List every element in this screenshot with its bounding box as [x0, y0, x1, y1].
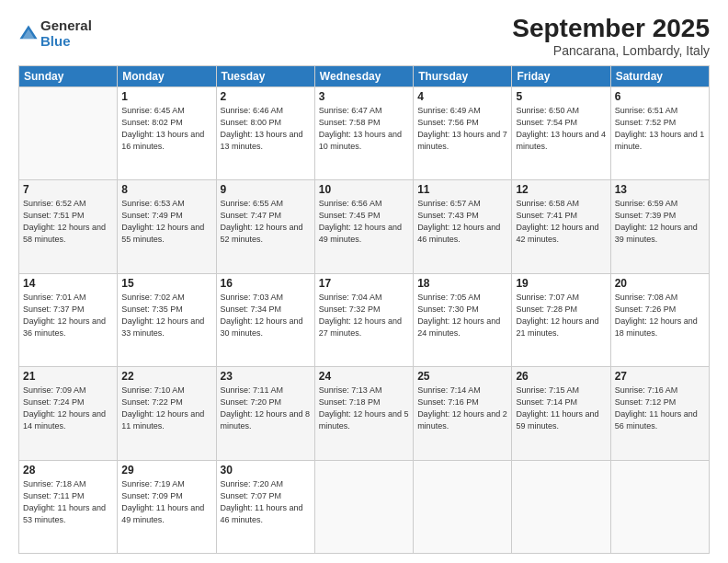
col-monday: Monday: [118, 65, 216, 86]
day-info: Sunrise: 7:14 AMSunset: 7:16 PMDaylight:…: [417, 385, 507, 432]
day-number: 6: [615, 90, 705, 103]
day-info: Sunrise: 6:53 AMSunset: 7:49 PMDaylight:…: [121, 198, 211, 246]
day-number: 20: [615, 277, 705, 290]
table-row: 28Sunrise: 7:18 AMSunset: 7:11 PMDayligh…: [19, 460, 118, 553]
col-sunday: Sunday: [19, 65, 118, 86]
day-info: Sunrise: 7:03 AMSunset: 7:34 PMDaylight:…: [221, 292, 311, 339]
day-info: Sunrise: 6:49 AMSunset: 7:56 PMDaylight:…: [417, 105, 507, 153]
col-thursday: Thursday: [414, 65, 512, 86]
table-row: [414, 460, 512, 553]
day-info: Sunrise: 7:08 AMSunset: 7:26 PMDaylight:…: [615, 292, 705, 339]
calendar: Sunday Monday Tuesday Wednesday Thursday…: [18, 65, 710, 554]
day-info: Sunrise: 7:19 AMSunset: 7:09 PMDaylight:…: [121, 478, 211, 526]
table-row: 14Sunrise: 7:01 AMSunset: 7:37 PMDayligh…: [19, 273, 118, 366]
table-row: 2Sunrise: 6:46 AMSunset: 8:00 PMDaylight…: [216, 86, 314, 179]
table-row: 17Sunrise: 7:04 AMSunset: 7:32 PMDayligh…: [314, 273, 413, 366]
day-info: Sunrise: 6:50 AMSunset: 7:54 PMDaylight:…: [516, 105, 606, 153]
day-number: 25: [417, 370, 507, 383]
table-row: 4Sunrise: 6:49 AMSunset: 7:56 PMDaylight…: [414, 86, 512, 179]
day-info: Sunrise: 6:58 AMSunset: 7:41 PMDaylight:…: [516, 198, 606, 246]
day-info: Sunrise: 6:47 AMSunset: 7:58 PMDaylight:…: [319, 105, 409, 153]
calendar-row: 14Sunrise: 7:01 AMSunset: 7:37 PMDayligh…: [19, 273, 710, 366]
title-block: September 2025 Pancarana, Lombardy, Ital…: [512, 15, 710, 58]
day-info: Sunrise: 7:18 AMSunset: 7:11 PMDaylight:…: [23, 478, 113, 526]
day-number: 24: [319, 370, 409, 383]
day-number: 30: [221, 464, 311, 477]
day-number: 18: [417, 277, 507, 290]
day-number: 12: [516, 183, 606, 196]
col-wednesday: Wednesday: [314, 65, 413, 86]
day-info: Sunrise: 7:15 AMSunset: 7:14 PMDaylight:…: [516, 385, 606, 432]
day-info: Sunrise: 7:11 AMSunset: 7:20 PMDaylight:…: [221, 385, 311, 432]
calendar-header-row: Sunday Monday Tuesday Wednesday Thursday…: [19, 65, 710, 86]
table-row: 1Sunrise: 6:45 AMSunset: 8:02 PMDaylight…: [118, 86, 216, 179]
calendar-row: 1Sunrise: 6:45 AMSunset: 8:02 PMDaylight…: [19, 86, 710, 179]
day-info: Sunrise: 6:55 AMSunset: 7:47 PMDaylight:…: [221, 198, 311, 246]
day-number: 23: [221, 370, 311, 383]
day-number: 11: [417, 183, 507, 196]
table-row: 7Sunrise: 6:52 AMSunset: 7:51 PMDaylight…: [19, 180, 118, 273]
day-info: Sunrise: 6:56 AMSunset: 7:45 PMDaylight:…: [319, 198, 409, 246]
subtitle: Pancarana, Lombardy, Italy: [512, 43, 710, 58]
table-row: 20Sunrise: 7:08 AMSunset: 7:26 PMDayligh…: [610, 273, 709, 366]
table-row: 16Sunrise: 7:03 AMSunset: 7:34 PMDayligh…: [216, 273, 314, 366]
day-info: Sunrise: 6:57 AMSunset: 7:43 PMDaylight:…: [417, 198, 507, 246]
day-info: Sunrise: 7:01 AMSunset: 7:37 PMDaylight:…: [23, 292, 113, 339]
day-info: Sunrise: 6:46 AMSunset: 8:00 PMDaylight:…: [221, 105, 311, 153]
day-number: 5: [516, 90, 606, 103]
day-number: 19: [516, 277, 606, 290]
month-title: September 2025: [512, 15, 710, 43]
logo-icon: [18, 24, 39, 44]
table-row: 12Sunrise: 6:58 AMSunset: 7:41 PMDayligh…: [512, 180, 610, 273]
day-info: Sunrise: 7:10 AMSunset: 7:22 PMDaylight:…: [121, 385, 211, 432]
table-row: 19Sunrise: 7:07 AMSunset: 7:28 PMDayligh…: [512, 273, 610, 366]
table-row: 15Sunrise: 7:02 AMSunset: 7:35 PMDayligh…: [118, 273, 216, 366]
table-row: 26Sunrise: 7:15 AMSunset: 7:14 PMDayligh…: [512, 367, 610, 460]
table-row: 3Sunrise: 6:47 AMSunset: 7:58 PMDaylight…: [314, 86, 413, 179]
day-number: 28: [23, 464, 113, 477]
table-row: 11Sunrise: 6:57 AMSunset: 7:43 PMDayligh…: [414, 180, 512, 273]
day-info: Sunrise: 7:02 AMSunset: 7:35 PMDaylight:…: [121, 292, 211, 339]
logo-text: General Blue: [40, 18, 92, 49]
day-number: 21: [23, 370, 113, 383]
day-number: 22: [121, 370, 211, 383]
day-info: Sunrise: 6:52 AMSunset: 7:51 PMDaylight:…: [23, 198, 113, 246]
day-number: 27: [615, 370, 705, 383]
table-row: 30Sunrise: 7:20 AMSunset: 7:07 PMDayligh…: [216, 460, 314, 553]
logo-general: General: [40, 18, 92, 34]
table-row: 23Sunrise: 7:11 AMSunset: 7:20 PMDayligh…: [216, 367, 314, 460]
table-row: 21Sunrise: 7:09 AMSunset: 7:24 PMDayligh…: [19, 367, 118, 460]
day-number: 4: [417, 90, 507, 103]
day-info: Sunrise: 7:16 AMSunset: 7:12 PMDaylight:…: [615, 385, 705, 432]
table-row: 24Sunrise: 7:13 AMSunset: 7:18 PMDayligh…: [314, 367, 413, 460]
day-number: 7: [23, 183, 113, 196]
logo-blue: Blue: [40, 34, 92, 50]
day-number: 26: [516, 370, 606, 383]
table-row: [610, 460, 709, 553]
table-row: 18Sunrise: 7:05 AMSunset: 7:30 PMDayligh…: [414, 273, 512, 366]
day-info: Sunrise: 7:05 AMSunset: 7:30 PMDaylight:…: [417, 292, 507, 339]
table-row: 5Sunrise: 6:50 AMSunset: 7:54 PMDaylight…: [512, 86, 610, 179]
logo: General Blue: [18, 18, 92, 49]
table-row: 8Sunrise: 6:53 AMSunset: 7:49 PMDaylight…: [118, 180, 216, 273]
day-info: Sunrise: 6:51 AMSunset: 7:52 PMDaylight:…: [615, 105, 705, 153]
day-number: 8: [121, 183, 211, 196]
table-row: [19, 86, 118, 179]
header: General Blue September 2025 Pancarana, L…: [18, 15, 710, 58]
table-row: 29Sunrise: 7:19 AMSunset: 7:09 PMDayligh…: [118, 460, 216, 553]
day-info: Sunrise: 7:07 AMSunset: 7:28 PMDaylight:…: [516, 292, 606, 339]
day-number: 14: [23, 277, 113, 290]
col-saturday: Saturday: [610, 65, 709, 86]
day-number: 1: [121, 90, 211, 103]
calendar-row: 28Sunrise: 7:18 AMSunset: 7:11 PMDayligh…: [19, 460, 710, 553]
day-number: 16: [221, 277, 311, 290]
day-number: 3: [319, 90, 409, 103]
table-row: [512, 460, 610, 553]
table-row: 10Sunrise: 6:56 AMSunset: 7:45 PMDayligh…: [314, 180, 413, 273]
day-info: Sunrise: 6:59 AMSunset: 7:39 PMDaylight:…: [615, 198, 705, 246]
calendar-row: 21Sunrise: 7:09 AMSunset: 7:24 PMDayligh…: [19, 367, 710, 460]
col-friday: Friday: [512, 65, 610, 86]
day-number: 2: [221, 90, 311, 103]
day-info: Sunrise: 7:09 AMSunset: 7:24 PMDaylight:…: [23, 385, 113, 432]
day-info: Sunrise: 7:04 AMSunset: 7:32 PMDaylight:…: [319, 292, 409, 339]
